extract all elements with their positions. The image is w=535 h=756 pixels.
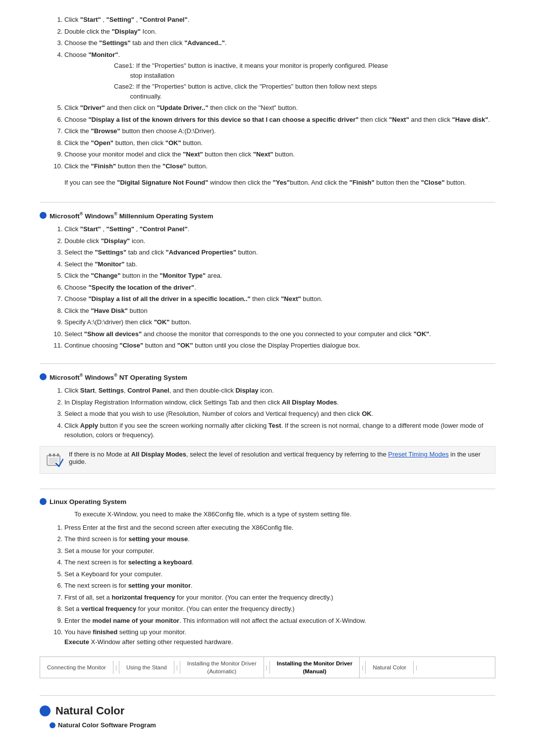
nav-installing-automatic[interactable]: Installing the Monitor Driver(Automatic) <box>180 657 264 678</box>
linux-step-7: First of all, set a horizontal frequency… <box>64 593 495 603</box>
win98-step-1: Click "Start" , "Setting" , "Control Pan… <box>64 15 495 25</box>
note-icon <box>46 452 64 469</box>
nt-note-box: If there is no Mode at All Display Modes… <box>40 446 495 474</box>
win98-step-4: Choose "Monitor". Case1: If the "Propert… <box>64 50 495 101</box>
natural-color-title: Natural Color <box>55 705 124 717</box>
millennium-step-8: Click the "Have Disk" button <box>64 306 495 316</box>
millennium-step-3: Select the "Settings" tab and click "Adv… <box>64 248 495 257</box>
millennium-title-text: Microsoft® Windows® Millennium Operating… <box>50 211 213 220</box>
millennium-step-4: Select the "Monitor" tab. <box>64 259 495 269</box>
win98-note: If you can see the "Digital Signature No… <box>64 178 471 188</box>
nt-dot <box>40 373 47 380</box>
millennium-title: Microsoft® Windows® Millennium Operating… <box>40 211 495 220</box>
win98-step-9: Choose your monitor model and click the … <box>64 150 495 159</box>
svg-rect-2 <box>53 454 55 456</box>
nav-using-stand[interactable]: Using the Stand <box>119 661 174 674</box>
nt-steps-list: Click Start, Settings, Control Panel, an… <box>64 386 495 440</box>
linux-step-6: The next screen is for setting your moni… <box>64 581 495 591</box>
millennium-step-10: Select "Show all devices" and choose the… <box>64 329 495 339</box>
millennium-dot <box>40 212 47 219</box>
nt-title: Microsoft® Windows® NT Operating System <box>40 373 495 381</box>
nav-separator-1: | <box>113 661 119 674</box>
linux-step-10: You have finished setting up your monito… <box>64 627 495 647</box>
preset-timing-link[interactable]: Preset Timing Modes <box>388 451 449 458</box>
linux-title-text: Linux Operating System <box>50 498 126 505</box>
natural-color-section: Natural Color Natural Color Software Pro… <box>40 705 495 738</box>
linux-title: Linux Operating System <box>40 498 495 505</box>
nt-note-text: If there is no Mode at All Display Modes… <box>69 451 489 465</box>
natural-color-sub-dot <box>50 722 55 728</box>
linux-step-2: The third screen is for setting your mou… <box>64 534 495 544</box>
nav-separator-5: | <box>414 661 419 674</box>
nav-connecting-monitor[interactable]: Connecting the Monitor <box>40 661 113 674</box>
linux-step-9: Enter the model name of your monitor. Th… <box>64 616 495 626</box>
win98-step-5: Click "Driver" and then click on "Update… <box>64 103 495 113</box>
millennium-step-1: Click "Start" , "Setting" , "Control Pan… <box>64 224 495 234</box>
nt-step-4: Click Apply button if you see the screen… <box>64 421 495 440</box>
bottom-nav: Connecting the Monitor | Using the Stand… <box>40 656 495 678</box>
linux-steps-list: Press Enter at the first and the second … <box>64 523 495 647</box>
linux-dot <box>40 498 47 505</box>
win98-step-2: Double click the "Display" Icon. <box>64 27 495 37</box>
millennium-step-11: Continue choosing "Close" button and "OK… <box>64 341 495 351</box>
svg-rect-0 <box>47 455 60 465</box>
win98-step-7: Click the "Browse" button then choose A:… <box>64 126 495 136</box>
linux-intro: To execute X-Window, you need to make th… <box>74 510 495 518</box>
linux-step-8: Set a vertical frequency for your monito… <box>64 604 495 614</box>
win98-step-10: Click the "Finish" button then the "Clos… <box>64 161 495 171</box>
millennium-step-9: Specify A:\(D:\driver) then click "OK" b… <box>64 317 495 327</box>
win98-case1: Case1: If the "Properties" button is ina… <box>114 61 495 80</box>
win98-step-3: Choose the "Settings" tab and then click… <box>64 38 495 48</box>
millennium-step-7: Choose "Display a list of all the driver… <box>64 294 495 304</box>
nav-installing-manual[interactable]: Installing the Monitor Driver(Manual) <box>270 657 360 678</box>
natural-color-header: Natural Color <box>40 705 495 717</box>
millennium-section: Microsoft® Windows® Millennium Operating… <box>40 211 495 364</box>
natural-color-sub-title: Natural Color Software Program <box>50 721 495 729</box>
win98-steps-list: Click "Start" , "Setting" , "Control Pan… <box>64 15 495 171</box>
win98-section: Click "Start" , "Setting" , "Control Pan… <box>40 15 495 202</box>
win98-case2: Case2: If the "Properties" button is act… <box>114 82 495 101</box>
linux-section: Linux Operating System To execute X-Wind… <box>40 498 495 696</box>
linux-step-3: Set a mouse for your computer. <box>64 546 495 556</box>
nav-separator-4: | <box>360 661 366 674</box>
nt-step-3: Select a mode that you wish to use (Reso… <box>64 409 495 419</box>
millennium-step-2: Double click "Display" icon. <box>64 236 495 246</box>
nt-title-text: Microsoft® Windows® NT Operating System <box>50 373 187 381</box>
linux-step-4: The next screen is for selecting a keybo… <box>64 557 495 567</box>
win98-step-6: Choose "Display a list of the known driv… <box>64 115 495 125</box>
nt-section: Microsoft® Windows® NT Operating System … <box>40 373 495 489</box>
nav-separator-3: | <box>264 661 270 674</box>
linux-step-1: Press Enter at the first and the second … <box>64 523 495 533</box>
nt-step-1: Click Start, Settings, Control Panel, an… <box>64 386 495 396</box>
millennium-step-6: Choose "Specify the location of the driv… <box>64 283 495 293</box>
svg-rect-3 <box>57 454 59 456</box>
millennium-step-5: Click the "Change" button in the "Monito… <box>64 271 495 281</box>
nt-step-2: In Display Registration Information wind… <box>64 398 495 407</box>
linux-step-5: Set a Keyboard for your computer. <box>64 569 495 579</box>
natural-color-sub-text: Natural Color Software Program <box>58 721 156 729</box>
nav-natural-color[interactable]: Natural Color <box>366 661 414 674</box>
win98-step-8: Click the "Open" button, then click "OK"… <box>64 138 495 148</box>
natural-color-dot <box>40 706 51 716</box>
nav-separator-2: | <box>174 661 180 674</box>
svg-rect-1 <box>49 454 51 456</box>
millennium-steps-list: Click "Start" , "Setting" , "Control Pan… <box>64 224 495 351</box>
